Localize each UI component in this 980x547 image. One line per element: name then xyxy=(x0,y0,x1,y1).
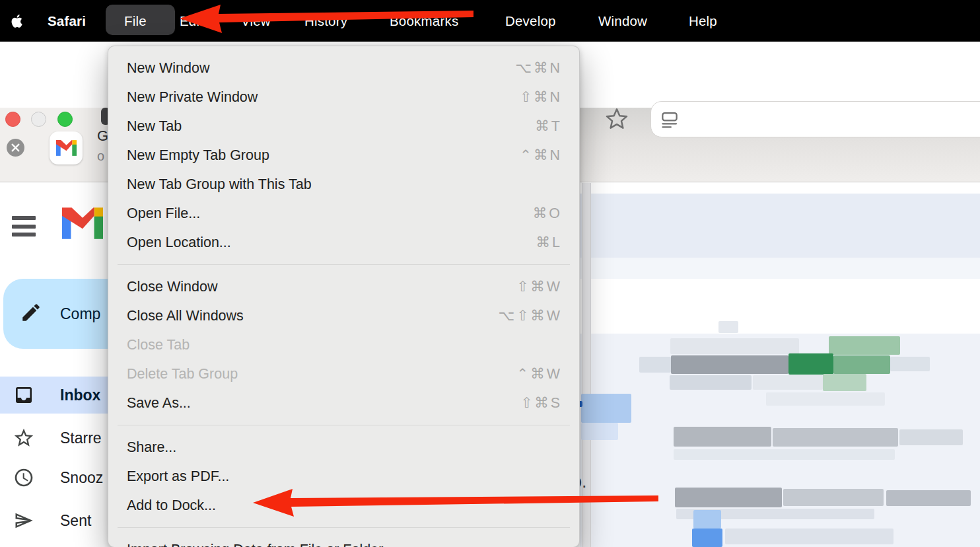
menubar-item-file[interactable]: File xyxy=(124,0,147,42)
apple-menu-icon[interactable] xyxy=(9,13,25,30)
scrollbar-track[interactable] xyxy=(582,183,591,547)
menu-item-new-empty-tab-group[interactable]: New Empty Tab Group⌃⌘N xyxy=(108,141,579,170)
tab-subtitle: o xyxy=(97,149,104,164)
menubar-item-edit[interactable]: Edit xyxy=(180,0,203,42)
blurred-content-block xyxy=(580,401,582,407)
menu-item-shortcut: ⌃⌘N xyxy=(520,147,562,164)
blurred-content-block xyxy=(833,355,890,374)
reader-format-icon[interactable] xyxy=(660,110,680,129)
menu-item-shortcut: ⌘O xyxy=(533,205,562,222)
menu-item-delete-tab-group: Delete Tab Group⌃⌘W xyxy=(108,359,579,388)
sidebar-item-label: Starre xyxy=(60,429,102,447)
menu-item-new-window[interactable]: New Window⌥⌘N xyxy=(108,54,579,83)
gmail-favicon xyxy=(50,131,83,164)
screen: Comp InboxStarreSnoozSent o. G o xyxy=(0,0,980,547)
star-icon xyxy=(13,427,35,449)
menu-item-shortcut: ⌥⇧⌘W xyxy=(498,307,562,324)
blurred-content-block xyxy=(671,355,788,374)
hamburger-menu-icon[interactable] xyxy=(12,216,36,237)
address-bar[interactable] xyxy=(650,101,980,137)
background-text-fragment: o. xyxy=(580,472,587,492)
menu-separator xyxy=(118,425,570,425)
blurred-content-block xyxy=(725,529,893,544)
menubar-item-bookmarks[interactable]: Bookmarks xyxy=(390,0,458,42)
blurred-content-block xyxy=(788,353,833,375)
file-menu-panel: New Window⌥⌘NNew Private Window⇧⌘NNew Ta… xyxy=(108,46,580,547)
menu-item-share[interactable]: Share... xyxy=(108,433,579,462)
menubar-item-help[interactable]: Help xyxy=(689,0,717,42)
menu-separator xyxy=(118,264,570,265)
blurred-content-block xyxy=(753,375,823,390)
traffic-light-close[interactable] xyxy=(5,112,20,127)
menubar-item-safari[interactable]: Safari xyxy=(48,0,86,42)
blurred-content-block xyxy=(773,428,898,447)
blurred-content-block xyxy=(581,423,618,440)
blurred-content-block xyxy=(639,357,671,373)
tab-title: G xyxy=(97,128,108,145)
menu-item-import-browsing-data-from-file-or-folder[interactable]: Import Browsing Data from File or Folder xyxy=(108,535,579,547)
menu-item-label: Share... xyxy=(127,439,176,456)
blurred-content-block xyxy=(899,429,963,445)
menu-item-close-tab: Close Tab xyxy=(108,330,579,359)
sidebar-item-label: Snooz xyxy=(60,469,103,487)
blurred-content-block xyxy=(823,374,866,391)
menu-item-close-window[interactable]: Close Window⇧⌘W xyxy=(108,272,579,301)
send-icon xyxy=(13,509,35,532)
blurred-content-block xyxy=(674,449,895,460)
menu-item-shortcut: ⌘T xyxy=(535,118,562,135)
blurred-content-block xyxy=(692,529,722,547)
menu-item-label: Close Window xyxy=(127,279,217,295)
menu-item-export-as-pdf[interactable]: Export as PDF... xyxy=(108,462,579,491)
menu-item-label: Delete Tab Group xyxy=(127,366,238,383)
blurred-content-block xyxy=(674,427,771,447)
gmail-search-band xyxy=(580,194,980,258)
menu-item-add-to-dock[interactable]: Add to Dock... xyxy=(108,491,579,520)
menu-item-label: New Private Window xyxy=(127,89,258,106)
clock-icon xyxy=(13,466,35,489)
menu-item-label: Close Tab xyxy=(127,337,190,353)
menu-item-shortcut: ⇧⌘N xyxy=(520,89,562,106)
menu-item-label: Save As... xyxy=(127,395,191,412)
menu-item-label: Add to Dock... xyxy=(127,497,216,514)
menu-item-label: New Tab xyxy=(127,118,182,135)
blurred-content-block xyxy=(718,321,738,333)
pencil-icon xyxy=(20,301,42,326)
traffic-light-minimize[interactable] xyxy=(31,112,46,127)
blurred-content-block xyxy=(670,338,799,354)
menu-item-label: New Empty Tab Group xyxy=(127,147,269,164)
menu-item-save-as[interactable]: Save As...⇧⌘S xyxy=(108,388,579,418)
menu-item-open-file[interactable]: Open File...⌘O xyxy=(108,199,579,228)
menu-item-label: New Tab Group with This Tab xyxy=(127,176,312,193)
menu-item-open-location[interactable]: Open Location...⌘L xyxy=(108,228,579,257)
menu-item-new-tab[interactable]: New Tab⌘T xyxy=(108,112,579,141)
blurred-content-block xyxy=(829,336,900,355)
menu-item-label: Export as PDF... xyxy=(127,468,229,485)
menu-item-close-all-windows[interactable]: Close All Windows⌥⇧⌘W xyxy=(108,301,579,330)
menu-item-shortcut: ⌥⌘N xyxy=(515,59,562,77)
blurred-content-block xyxy=(766,392,885,406)
menubar-item-window[interactable]: Window xyxy=(598,0,647,42)
menubar-item-view[interactable]: View xyxy=(241,0,271,42)
menu-item-label: Open Location... xyxy=(127,235,231,251)
favorites-star-icon[interactable] xyxy=(604,106,630,132)
sidebar-item-label: Inbox xyxy=(60,386,100,404)
menubar-item-history[interactable]: History xyxy=(304,0,347,42)
menu-item-shortcut: ⇧⌘S xyxy=(520,394,562,412)
traffic-light-zoom[interactable] xyxy=(57,112,73,127)
menubar-item-develop[interactable]: Develop xyxy=(505,0,556,42)
menu-item-label: Open File... xyxy=(127,205,200,222)
blurred-content-block xyxy=(581,394,631,423)
menu-item-new-private-window[interactable]: New Private Window⇧⌘N xyxy=(108,83,579,112)
menu-bar: SafariFileEditViewHistoryBookmarksDevelo… xyxy=(0,0,980,42)
menu-item-label: New Window xyxy=(127,60,209,77)
menu-item-shortcut: ⇧⌘W xyxy=(516,278,562,295)
blurred-content-block xyxy=(675,488,782,507)
compose-label: Comp xyxy=(60,305,100,323)
email-list-blurred: o. xyxy=(580,182,980,547)
blurred-content-block xyxy=(886,490,971,506)
sidebar-item-label: Sent xyxy=(60,512,91,530)
inbox-icon xyxy=(13,384,35,406)
gmail-logo xyxy=(62,207,103,242)
menu-item-new-tab-group-with-this-tab[interactable]: New Tab Group with This Tab xyxy=(108,170,579,199)
close-tab-button[interactable] xyxy=(7,139,24,157)
